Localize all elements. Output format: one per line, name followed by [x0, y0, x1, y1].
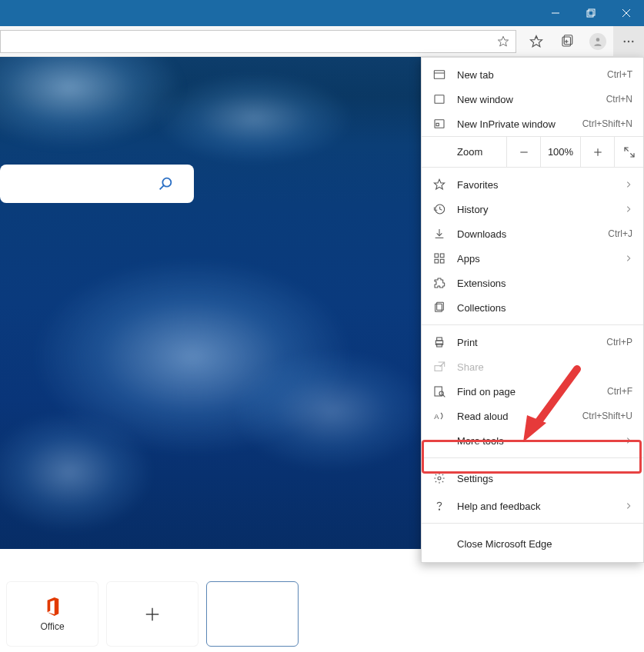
- tile-label: Office: [40, 621, 64, 632]
- favorites-button[interactable]: [521, 26, 552, 57]
- menu-new-tab[interactable]: New tab Ctrl+T: [422, 62, 643, 87]
- menu-label: Share: [457, 361, 632, 373]
- quick-links: Office: [6, 581, 299, 647]
- svg-point-50: [438, 477, 441, 480]
- menu-more-tools[interactable]: More tools: [422, 428, 643, 453]
- menu-share: Share: [422, 354, 643, 379]
- svg-rect-35: [435, 254, 439, 258]
- inprivate-icon: [432, 118, 446, 130]
- svg-line-48: [443, 395, 445, 398]
- chevron-right-icon: [625, 437, 632, 444]
- print-icon: [432, 336, 446, 348]
- collections-button[interactable]: [552, 26, 582, 57]
- profile-button[interactable]: [582, 26, 613, 57]
- menu-collections[interactable]: Collections: [422, 295, 643, 320]
- menu-close-edge[interactable]: Close Microsoft Edge: [422, 528, 643, 559]
- svg-point-15: [628, 40, 629, 42]
- chevron-right-icon: [625, 205, 632, 213]
- settings-and-more-menu: New tab Ctrl+T New window Ctrl+N New InP…: [421, 57, 644, 563]
- svg-rect-37: [435, 259, 439, 263]
- menu-label: New InPrivate window: [457, 118, 572, 130]
- menu-shortcut: Ctrl+Shift+U: [582, 411, 632, 421]
- menu-label: History: [457, 204, 614, 215]
- menu-new-inprivate[interactable]: New InPrivate window Ctrl+Shift+N: [422, 111, 643, 136]
- new-tab-search-box[interactable]: [0, 165, 194, 203]
- menu-history[interactable]: History: [422, 197, 643, 221]
- menu-apps[interactable]: Apps: [422, 246, 643, 271]
- menu-label: Read aloud: [457, 411, 572, 422]
- menu-shortcut: Ctrl+N: [606, 94, 632, 105]
- svg-point-16: [632, 40, 633, 42]
- menu-label: Collections: [457, 302, 632, 314]
- menu-extensions[interactable]: Extensions: [422, 271, 643, 295]
- favorites-icon: [432, 178, 446, 191]
- minimize-button[interactable]: [538, 0, 573, 26]
- menu-shortcut: Ctrl+T: [607, 69, 632, 80]
- office-icon: [44, 597, 61, 617]
- svg-marker-31: [434, 179, 444, 189]
- new-tab-icon: [432, 68, 446, 81]
- menu-print[interactable]: Print Ctrl+P: [422, 330, 643, 354]
- menu-favorites[interactable]: Favorites: [422, 172, 643, 197]
- menu-zoom-row: Zoom 100%: [422, 136, 643, 167]
- zoom-out-button[interactable]: [506, 137, 540, 168]
- menu-label: New window: [457, 94, 596, 105]
- new-window-icon: [432, 93, 446, 105]
- menu-read-aloud[interactable]: A Read aloud Ctrl+Shift+U: [422, 404, 643, 428]
- menu-find[interactable]: Find on page Ctrl+F: [422, 379, 643, 404]
- svg-point-47: [439, 391, 443, 395]
- menu-downloads[interactable]: Downloads Ctrl+J: [422, 221, 643, 246]
- svg-rect-25: [436, 123, 439, 125]
- share-icon: [432, 361, 446, 373]
- window-titlebar: [0, 0, 644, 26]
- svg-line-29: [625, 148, 629, 151]
- menu-help[interactable]: Help and feedback: [422, 494, 643, 518]
- chevron-right-icon: [625, 181, 632, 188]
- svg-rect-42: [437, 338, 442, 341]
- help-icon: [432, 500, 446, 512]
- svg-rect-1: [587, 11, 593, 17]
- svg-rect-36: [440, 254, 444, 258]
- menu-label: Print: [457, 337, 596, 348]
- browser-toolbar: [0, 26, 644, 57]
- svg-line-18: [160, 185, 165, 190]
- svg-text:A: A: [434, 413, 439, 421]
- menu-label: Find on page: [457, 386, 596, 398]
- address-bar[interactable]: [0, 30, 516, 53]
- menu-label: Extensions: [457, 278, 632, 289]
- close-window-button[interactable]: [609, 0, 644, 26]
- tile-empty[interactable]: [206, 581, 299, 647]
- more-button[interactable]: [613, 26, 644, 57]
- collections-icon: [432, 301, 446, 314]
- menu-settings[interactable]: Settings: [422, 463, 643, 494]
- menu-shortcut: Ctrl+P: [606, 337, 632, 348]
- search-icon: [157, 175, 174, 192]
- plus-icon: [144, 606, 161, 623]
- menu-label: Apps: [457, 253, 614, 264]
- menu-label: Help and feedback: [457, 501, 614, 512]
- menu-label: Settings: [457, 473, 632, 484]
- maximize-button[interactable]: [573, 0, 609, 26]
- svg-marker-5: [498, 36, 508, 46]
- tile-office[interactable]: Office: [6, 581, 98, 647]
- tile-add[interactable]: [106, 581, 199, 647]
- zoom-in-button[interactable]: [580, 137, 614, 168]
- svg-rect-23: [435, 95, 444, 104]
- svg-rect-38: [440, 259, 444, 263]
- history-icon: [432, 203, 446, 215]
- settings-icon: [432, 472, 446, 484]
- menu-shortcut: Ctrl+J: [608, 228, 632, 239]
- favorite-star-icon[interactable]: [497, 35, 509, 48]
- zoom-label: Zoom: [422, 146, 506, 158]
- menu-new-window[interactable]: New window Ctrl+N: [422, 87, 643, 111]
- chevron-right-icon: [625, 254, 632, 262]
- menu-label: Downloads: [457, 228, 597, 240]
- menu-label: Favorites: [457, 179, 614, 191]
- fullscreen-button[interactable]: [614, 137, 643, 168]
- zoom-value: 100%: [540, 137, 580, 168]
- menu-label: More tools: [457, 435, 614, 447]
- svg-line-30: [630, 153, 634, 157]
- downloads-icon: [432, 228, 446, 240]
- menu-label: New tab: [457, 69, 596, 81]
- apps-icon: [432, 252, 446, 264]
